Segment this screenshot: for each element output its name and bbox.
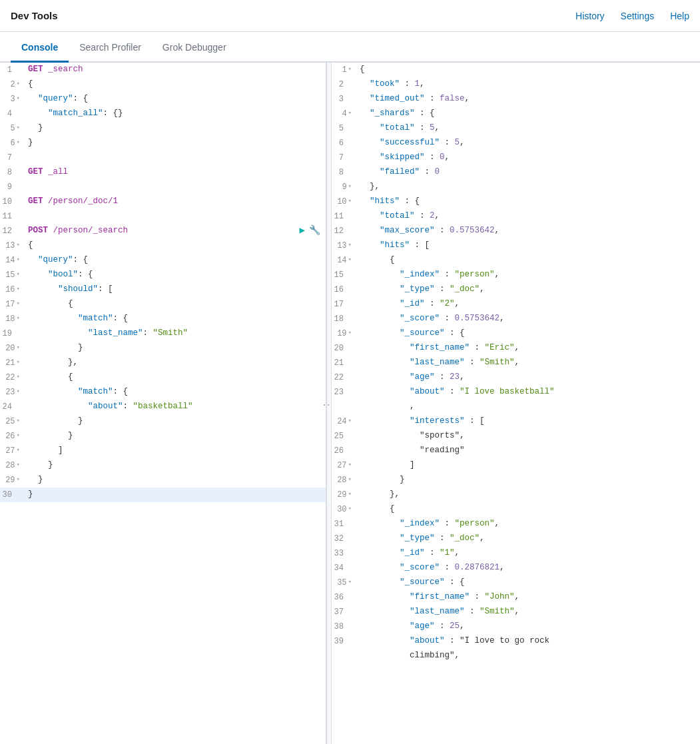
fold-icon[interactable]: ▾ bbox=[17, 446, 20, 456]
line-content: GET /person/_doc/1 bbox=[25, 194, 118, 208]
output-line-content: "about" : "I love to go rock bbox=[357, 634, 549, 648]
output-line-content: } bbox=[357, 473, 405, 487]
pane-divider[interactable]: ⋮ bbox=[326, 63, 332, 744]
output-line-1: 1▾{ bbox=[332, 63, 700, 77]
line-number: 2▾ bbox=[0, 78, 25, 91]
output-line-28: 28▾ } bbox=[332, 473, 700, 488]
output-line-number: 9▾ bbox=[332, 181, 357, 194]
output-line-6: 6 "successful" : 5, bbox=[332, 136, 700, 151]
output-line-number: 2 bbox=[332, 78, 357, 91]
line-number: 26▾ bbox=[0, 430, 25, 443]
run-button[interactable]: ▶ bbox=[300, 223, 305, 239]
settings-link[interactable]: Settings bbox=[621, 11, 655, 21]
output-line-content: "reading" bbox=[357, 444, 465, 458]
output-line-content: "max_score" : 0.5753642, bbox=[357, 224, 500, 238]
output-fold-icon[interactable]: ▾ bbox=[348, 460, 352, 470]
output-line-number: 27▾ bbox=[332, 459, 357, 472]
fold-icon[interactable]: ▾ bbox=[17, 343, 20, 353]
editor-line-10: 10GET /person/_doc/1 bbox=[0, 194, 326, 209]
line-number: 24 bbox=[0, 400, 25, 414]
fold-icon[interactable]: ▾ bbox=[17, 431, 20, 441]
fold-icon[interactable]: ▾ bbox=[17, 270, 20, 280]
output-line-number: 23 bbox=[332, 386, 357, 399]
output-line-2: 2 "took" : 1, bbox=[332, 77, 700, 92]
fold-icon[interactable]: ▾ bbox=[17, 299, 20, 309]
output-editor[interactable]: 1▾{2 "took" : 1,3 "timed_out" : false,4▾… bbox=[332, 63, 700, 744]
tab-grok-debugger[interactable]: Grok Debugger bbox=[152, 34, 237, 63]
output-fold-icon[interactable]: ▾ bbox=[348, 196, 352, 206]
line-number: 10 bbox=[0, 195, 25, 208]
output-line-content: "failed" : 0 bbox=[357, 165, 440, 179]
line-number: 23▾ bbox=[0, 386, 25, 399]
editor-line-27: 27▾ ] bbox=[0, 444, 326, 458]
fold-icon[interactable]: ▾ bbox=[17, 314, 20, 324]
output-line-16: 16 "_type" : "_doc", bbox=[332, 282, 700, 297]
fold-icon[interactable]: ▾ bbox=[17, 372, 20, 382]
editor-line-21: 21▾ }, bbox=[0, 356, 326, 370]
output-fold-icon[interactable]: ▾ bbox=[348, 65, 352, 75]
fold-icon[interactable]: ▾ bbox=[17, 138, 20, 148]
editor-line-7: 7 bbox=[0, 151, 326, 165]
output-line-number: 17 bbox=[332, 298, 357, 311]
output-line-29: 29▾ }, bbox=[332, 488, 700, 502]
output-line-number: 8 bbox=[332, 166, 357, 179]
tab-console[interactable]: Console bbox=[11, 34, 69, 63]
code-editor[interactable]: 1GET _search2▾{3▾ "query": {4 "match_all… bbox=[0, 63, 326, 744]
line-number: 7 bbox=[0, 151, 25, 165]
output-line-number: 6 bbox=[332, 137, 357, 150]
output-line-number: 11 bbox=[332, 210, 357, 223]
output-line-number: 24▾ bbox=[332, 415, 357, 428]
wrench-icon[interactable]: 🔧 bbox=[309, 223, 320, 239]
output-line-content: { bbox=[357, 502, 395, 516]
output-line-number: 35▾ bbox=[332, 576, 357, 589]
editor-line-13: 13▾{ bbox=[0, 238, 326, 253]
output-fold-icon[interactable]: ▾ bbox=[348, 416, 352, 426]
output-line-35: 35▾ "_source" : { bbox=[332, 575, 700, 590]
fold-icon[interactable]: ▾ bbox=[17, 416, 20, 426]
line-content: { bbox=[25, 238, 33, 252]
help-link[interactable]: Help bbox=[670, 11, 689, 21]
editor-line-23: 23▾ "match": { bbox=[0, 385, 326, 400]
fold-icon[interactable]: ▾ bbox=[17, 387, 20, 397]
output-line-content: "age" : 23, bbox=[357, 370, 465, 384]
output-line-number: 12 bbox=[332, 224, 357, 238]
fold-icon[interactable]: ▾ bbox=[17, 255, 20, 265]
editor-line-6: 6▾} bbox=[0, 136, 326, 151]
line-number: 14▾ bbox=[0, 254, 25, 267]
output-fold-icon[interactable]: ▾ bbox=[348, 577, 352, 587]
fold-icon[interactable]: ▾ bbox=[17, 284, 20, 294]
output-line-content: "last_name" : "Smith", bbox=[357, 356, 520, 370]
fold-icon[interactable]: ▾ bbox=[17, 475, 20, 485]
fold-icon[interactable]: ▾ bbox=[17, 79, 20, 89]
fold-icon[interactable]: ▾ bbox=[17, 460, 20, 470]
editor-line-11: 11 bbox=[0, 209, 326, 224]
line-content: "bool": { bbox=[25, 268, 93, 282]
editor-line-19: 19 "last_name": "Smith" bbox=[0, 326, 326, 341]
editor-line-12: 12POST /person/_search ▶ 🔧 bbox=[0, 224, 326, 238]
output-fold-icon[interactable]: ▾ bbox=[348, 504, 352, 514]
line-content: } bbox=[25, 473, 43, 487]
output-fold-icon[interactable]: ▾ bbox=[348, 475, 352, 485]
line-content: } bbox=[25, 429, 73, 443]
output-fold-icon[interactable]: ▾ bbox=[348, 490, 352, 500]
output-fold-icon[interactable]: ▾ bbox=[348, 240, 352, 250]
output-fold-icon[interactable]: ▾ bbox=[348, 328, 352, 338]
fold-icon[interactable]: ▾ bbox=[17, 240, 20, 250]
output-fold-icon[interactable]: ▾ bbox=[348, 182, 352, 192]
output-line-number: 5 bbox=[332, 122, 357, 135]
tab-search-profiler[interactable]: Search Profiler bbox=[69, 34, 152, 63]
line-content: "match": { bbox=[25, 312, 128, 326]
fold-icon[interactable]: ▾ bbox=[17, 358, 20, 368]
editor-line-4: 4 "match_all": {} bbox=[0, 107, 326, 121]
fold-icon[interactable]: ▾ bbox=[17, 123, 20, 133]
line-number: 17▾ bbox=[0, 298, 25, 311]
output-line-number: 3 bbox=[332, 93, 357, 106]
output-line-content: "_score" : 0.5753642, bbox=[357, 312, 505, 326]
output-fold-icon[interactable]: ▾ bbox=[348, 109, 352, 119]
output-line-number: 33 bbox=[332, 547, 357, 560]
fold-icon[interactable]: ▾ bbox=[17, 94, 20, 104]
output-fold-icon[interactable]: ▾ bbox=[348, 255, 352, 265]
output-line-content: "_index" : "person", bbox=[357, 517, 500, 531]
line-content: "query": { bbox=[25, 92, 88, 106]
history-link[interactable]: History bbox=[575, 11, 605, 21]
